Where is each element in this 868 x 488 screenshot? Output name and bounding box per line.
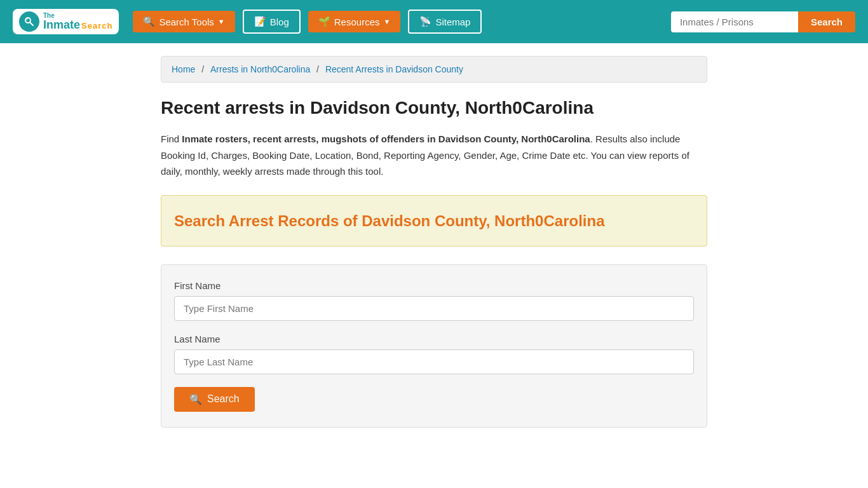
first-name-group: First Name [174, 280, 694, 321]
header-search-input[interactable] [671, 11, 798, 32]
search-records-box: Search Arrest Records of Davidson County… [161, 195, 707, 247]
logo[interactable]: The Inmate Search [13, 9, 119, 34]
page-description: Find Inmate rosters, recent arrests, mug… [161, 131, 707, 180]
search-records-title: Search Arrest Records of Davidson County… [174, 211, 694, 231]
main-content: Home / Arrests in North0Carolina / Recen… [148, 43, 720, 453]
first-name-label: First Name [174, 280, 694, 291]
last-name-label: Last Name [174, 334, 694, 344]
page-title: Recent arrests in Davidson County, North… [161, 98, 707, 118]
search-submit-icon: 🔍 [189, 393, 202, 405]
svg-point-0 [23, 15, 36, 28]
breadcrumb-separator-1: / [201, 64, 207, 74]
blog-icon: 📝 [254, 16, 266, 27]
last-name-input[interactable] [174, 349, 694, 374]
resources-button[interactable]: 🌱 Resources ▼ [308, 11, 401, 32]
svg-point-3 [25, 18, 28, 20]
first-name-input[interactable] [174, 296, 694, 321]
sitemap-button[interactable]: 📡 Sitemap [408, 10, 482, 34]
search-tools-dropdown-arrow: ▼ [218, 18, 225, 25]
logo-text: The Inmate Search [43, 12, 112, 32]
breadcrumb: Home / Arrests in North0Carolina / Recen… [161, 56, 707, 83]
blog-button[interactable]: 📝 Blog [243, 10, 301, 34]
header-search-group: Search [671, 11, 855, 32]
search-form-section: First Name Last Name 🔍 Search [161, 264, 707, 428]
resources-dropdown-arrow: ▼ [383, 18, 390, 25]
search-tools-button[interactable]: 🔍 Search Tools ▼ [133, 11, 234, 32]
search-tools-icon: 🔍 [143, 16, 155, 27]
site-header: The Inmate Search 🔍 Search Tools ▼ 📝 Blo… [0, 0, 868, 43]
search-submit-button[interactable]: 🔍 Search [174, 387, 255, 412]
header-search-button[interactable]: Search [798, 11, 855, 32]
logo-icon [19, 11, 39, 32]
breadcrumb-separator-2: / [316, 64, 322, 74]
sitemap-icon: 📡 [419, 16, 431, 27]
breadcrumb-davidson[interactable]: Recent Arrests in Davidson County [325, 64, 463, 74]
breadcrumb-home[interactable]: Home [172, 64, 195, 74]
breadcrumb-arrests-nc[interactable]: Arrests in North0Carolina [210, 64, 310, 74]
resources-icon: 🌱 [318, 16, 330, 27]
last-name-group: Last Name [174, 334, 694, 374]
